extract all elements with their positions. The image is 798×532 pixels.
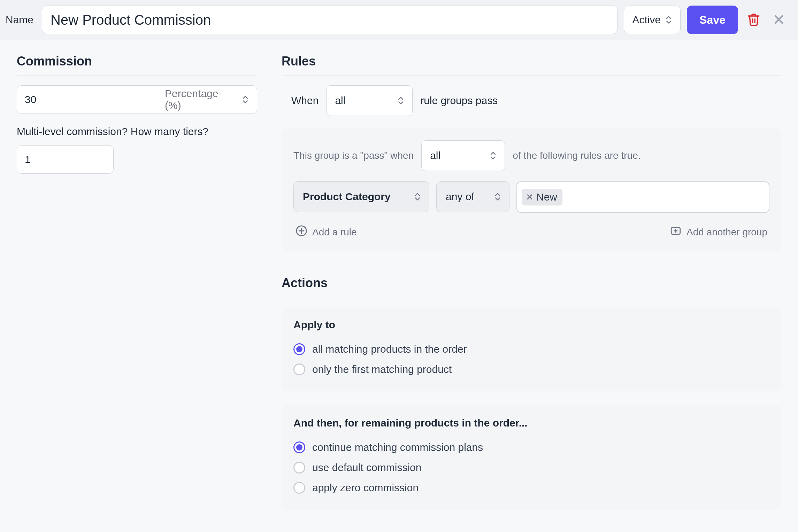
radio-icon <box>293 482 305 494</box>
apply-all-label: all matching products in the order <box>312 343 467 355</box>
add-rule-label: Add a rule <box>312 227 357 238</box>
rule-value-input[interactable]: ✕ New <box>516 181 769 213</box>
then-continue-label: continue matching commission plans <box>312 441 483 453</box>
commission-unit-select[interactable]: Percentage (%) <box>165 86 257 114</box>
rules-title: Rules <box>282 54 781 76</box>
close-button[interactable] <box>769 10 788 29</box>
rule-operator-value: any of <box>446 191 474 203</box>
remove-tag-icon[interactable]: ✕ <box>526 193 534 202</box>
then-title: And then, for remaining products in the … <box>293 417 769 429</box>
when-suffix: rule groups pass <box>420 95 498 107</box>
add-group-button[interactable]: Add another group <box>668 225 769 240</box>
group-prefix: This group is a "pass" when <box>293 150 414 161</box>
rules-actions-column: Rules When all rule groups pass This gro… <box>282 54 781 510</box>
commission-title: Commission <box>17 54 257 76</box>
group-match-select[interactable]: all <box>421 140 505 171</box>
chevron-up-down-icon <box>491 150 499 161</box>
tiers-label: Multi-level commission? How many tiers? <box>17 126 257 138</box>
main-content: Commission Percentage (%) Multi-level co… <box>0 40 798 531</box>
chevron-up-down-icon <box>415 191 423 202</box>
commission-value-row: Percentage (%) <box>17 85 257 114</box>
status-select[interactable]: Active <box>624 6 681 34</box>
add-group-icon <box>670 225 682 239</box>
when-prefix: When <box>291 95 319 107</box>
plus-circle-icon <box>296 225 307 239</box>
then-zero-radio[interactable]: apply zero commission <box>293 478 769 498</box>
rule-operator-select[interactable]: any of <box>436 181 509 212</box>
name-label: Name <box>6 14 36 26</box>
chevron-up-down-icon <box>243 94 251 105</box>
then-default-radio[interactable]: use default commission <box>293 457 769 478</box>
apply-to-title: Apply to <box>293 319 769 331</box>
apply-first-radio[interactable]: only the first matching product <box>293 359 769 380</box>
tiers-input[interactable] <box>17 145 114 174</box>
actions-title: Actions <box>282 276 781 297</box>
chevron-up-down-icon <box>398 95 407 106</box>
close-icon <box>773 14 785 26</box>
rule-group-panel: This group is a "pass" when all of the f… <box>282 128 781 251</box>
rule-field-value: Product Category <box>303 191 391 203</box>
header-bar: Name Active Save <box>0 0 798 40</box>
tag-label: New <box>536 191 557 203</box>
when-select[interactable]: all <box>326 85 413 116</box>
then-default-label: use default commission <box>312 462 421 474</box>
rule-row: Product Category any of ✕ <box>293 181 769 213</box>
apply-first-label: only the first matching product <box>312 363 452 375</box>
group-match-value: all <box>430 150 440 162</box>
commission-value-input[interactable] <box>17 86 165 114</box>
group-pass-sentence: This group is a "pass" when all of the f… <box>293 140 769 171</box>
rules-when-sentence: When all rule groups pass <box>282 85 781 116</box>
chevron-up-down-icon <box>666 15 675 25</box>
apply-all-radio[interactable]: all matching products in the order <box>293 339 769 359</box>
radio-icon <box>293 343 305 355</box>
then-panel: And then, for remaining products in the … <box>282 405 781 510</box>
delete-button[interactable] <box>744 10 763 29</box>
commission-unit-label: Percentage (%) <box>165 88 237 111</box>
tag-chip[interactable]: ✕ New <box>522 189 562 205</box>
when-select-value: all <box>335 95 345 107</box>
apply-to-panel: Apply to all matching products in the or… <box>282 307 781 391</box>
status-select-value: Active <box>632 14 661 26</box>
add-group-label: Add another group <box>686 227 767 238</box>
actions-section: Actions Apply to all matching products i… <box>282 276 781 510</box>
name-input[interactable] <box>42 6 617 34</box>
radio-icon <box>293 363 305 375</box>
radio-icon <box>293 462 305 474</box>
then-zero-label: apply zero commission <box>312 482 419 494</box>
chevron-up-down-icon <box>495 191 504 202</box>
trash-icon <box>747 13 761 28</box>
commission-column: Commission Percentage (%) Multi-level co… <box>17 54 257 510</box>
group-footer: Add a rule Add another group <box>293 225 769 240</box>
radio-icon <box>293 441 305 453</box>
group-suffix: of the following rules are true. <box>513 150 640 161</box>
then-continue-radio[interactable]: continue matching commission plans <box>293 437 769 457</box>
rule-field-select[interactable]: Product Category <box>293 181 429 212</box>
add-rule-button[interactable]: Add a rule <box>293 225 359 240</box>
save-button[interactable]: Save <box>687 6 738 34</box>
